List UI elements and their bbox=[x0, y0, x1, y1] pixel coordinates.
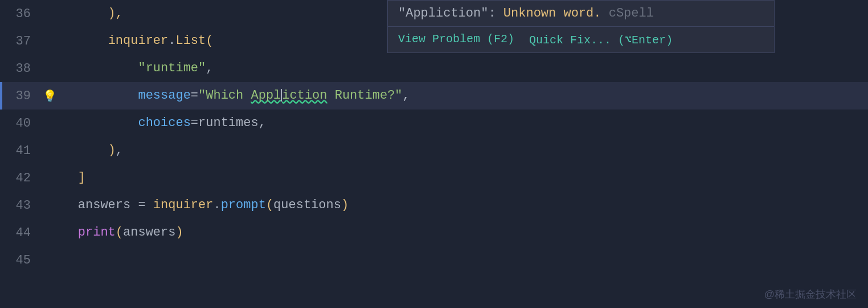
token: questions bbox=[273, 198, 341, 212]
token: ( bbox=[206, 34, 213, 48]
code-line: 45 bbox=[0, 246, 868, 274]
token: , bbox=[206, 61, 213, 75]
lightbulb-icon[interactable]: 💡 bbox=[43, 89, 57, 103]
token: . bbox=[168, 34, 175, 48]
code-line: 39💡 message="Which Appliction Runtime?", bbox=[0, 82, 868, 110]
line-number: 44 bbox=[2, 226, 42, 240]
token: answers bbox=[78, 198, 130, 212]
token: ) bbox=[341, 198, 349, 212]
token: "runtime" bbox=[138, 61, 206, 75]
token: Appliction bbox=[251, 88, 327, 103]
tooltip-unknown: Unknown word. bbox=[496, 6, 601, 21]
watermark: @稀土掘金技术社区 bbox=[764, 287, 857, 301]
code-line: 41 ), bbox=[0, 137, 868, 164]
editor-container: 36 ),37 inquirer.List(38 "runtime",39💡 m… bbox=[0, 0, 868, 308]
tooltip-header: "Appliction": Unknown word. cSpell bbox=[388, 1, 774, 27]
token: , bbox=[259, 116, 266, 130]
token bbox=[48, 88, 138, 103]
token bbox=[48, 225, 78, 240]
token: , bbox=[403, 88, 410, 103]
line-content: ] bbox=[42, 164, 868, 192]
token: ) bbox=[175, 225, 183, 240]
token: "Which bbox=[198, 88, 251, 103]
token: answers bbox=[123, 225, 175, 240]
line-number: 43 bbox=[2, 198, 42, 213]
token: = bbox=[191, 88, 198, 103]
line-number: 40 bbox=[2, 116, 42, 131]
tooltip-action-quick-fix[interactable]: Quick Fix... (⌥Enter) bbox=[525, 30, 677, 49]
token bbox=[48, 171, 78, 185]
line-number: 38 bbox=[2, 62, 42, 76]
code-line: 43 answers = inquirer.prompt(questions) bbox=[0, 192, 868, 219]
token: ), bbox=[48, 6, 123, 21]
line-content: ), bbox=[42, 137, 868, 164]
line-content: message="Which Appliction Runtime?", bbox=[42, 82, 868, 110]
token: prompt bbox=[221, 198, 266, 212]
line-number: 41 bbox=[2, 144, 42, 158]
token bbox=[48, 116, 138, 130]
tooltip-source: cSpell bbox=[601, 6, 653, 21]
code-line: 42 ] bbox=[0, 164, 868, 192]
tooltip-popup: "Appliction": Unknown word. cSpell View … bbox=[387, 0, 775, 53]
token: message bbox=[138, 88, 190, 103]
token: ) bbox=[108, 143, 116, 157]
tooltip-action-view-problem[interactable]: View Problem (F2) bbox=[394, 30, 519, 49]
line-content: "runtime", bbox=[42, 55, 868, 82]
token: inquirer bbox=[108, 34, 169, 48]
token: runtimes bbox=[198, 116, 259, 130]
token: print bbox=[78, 225, 116, 240]
token: ] bbox=[78, 171, 85, 185]
line-number: 37 bbox=[2, 34, 42, 48]
text-cursor bbox=[281, 89, 282, 102]
line-number: 39 bbox=[2, 89, 42, 103]
line-number: 42 bbox=[2, 171, 42, 185]
token: choices bbox=[138, 116, 190, 130]
code-line: 40 choices=runtimes, bbox=[0, 110, 868, 137]
token: . bbox=[213, 198, 220, 212]
line-number: 36 bbox=[2, 7, 42, 21]
line-content: choices=runtimes, bbox=[42, 110, 868, 137]
token: = bbox=[130, 198, 153, 212]
token bbox=[48, 61, 138, 75]
tooltip-quoted: "Appliction": bbox=[398, 6, 496, 21]
token bbox=[48, 34, 108, 48]
code-line: 38 "runtime", bbox=[0, 55, 868, 82]
line-content: answers = inquirer.prompt(questions) bbox=[42, 192, 868, 219]
code-line: 44 print(answers) bbox=[0, 219, 868, 246]
token: List bbox=[175, 34, 206, 48]
line-number: 45 bbox=[2, 253, 42, 268]
token bbox=[48, 143, 108, 157]
line-content: print(answers) bbox=[42, 219, 868, 246]
token: = bbox=[191, 116, 198, 130]
token: , bbox=[116, 143, 123, 157]
token: ( bbox=[266, 198, 273, 212]
token: inquirer bbox=[153, 198, 214, 212]
token: Runtime?" bbox=[327, 88, 403, 103]
tooltip-actions: View Problem (F2)Quick Fix... (⌥Enter) bbox=[388, 27, 774, 52]
token bbox=[48, 198, 78, 212]
token: ( bbox=[116, 225, 123, 240]
